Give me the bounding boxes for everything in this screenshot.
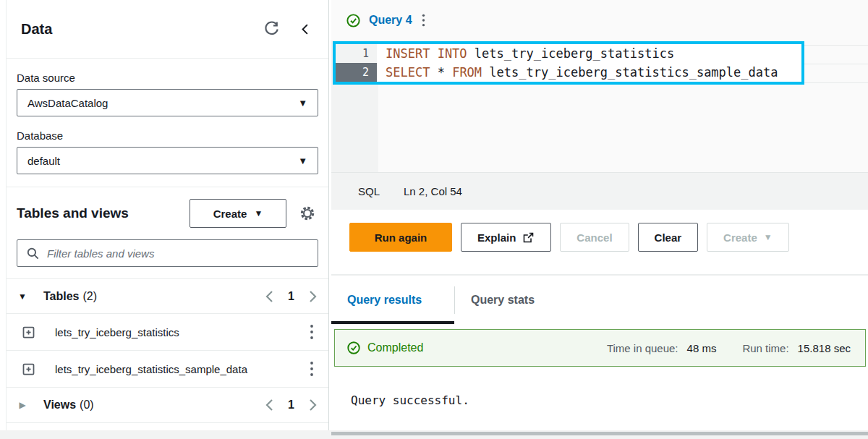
kebab-menu-icon (422, 13, 425, 27)
create-query-button[interactable]: Create ▼ (707, 223, 789, 252)
run-time-value: 15.818 sec (798, 342, 851, 354)
chevron-left-icon (265, 398, 274, 412)
next-page-button[interactable] (308, 398, 317, 412)
cursor-position: Ln 2, Col 54 (404, 185, 462, 197)
tables-and-views-heading: Tables and views (17, 205, 190, 221)
tables-group-row[interactable]: ▼ Tables (2) 1 (7, 278, 328, 313)
tab-query-results[interactable]: Query results (331, 294, 454, 307)
next-page-button[interactable] (308, 290, 317, 303)
line-number: 2 (336, 63, 377, 82)
query-tab-actions-button[interactable] (420, 12, 427, 29)
explain-button[interactable]: Explain (461, 223, 551, 252)
editor-statusbar: SQL Ln 2, Col 54 (331, 172, 868, 210)
table-row[interactable]: lets_try_iceberg_statistics (7, 313, 328, 350)
settings-button[interactable] (298, 204, 317, 223)
queue-time-value: 48 ms (687, 342, 717, 354)
filter-tables-search[interactable] (17, 239, 318, 267)
caret-down-icon: ▼ (764, 232, 773, 242)
run-again-label: Run again (375, 231, 427, 244)
table-actions-button[interactable] (308, 359, 315, 378)
clear-label: Clear (655, 231, 682, 244)
data-source-value: AwsDataCatalog (27, 97, 108, 109)
views-group-row[interactable]: ▶ Views (0) 1 (7, 387, 328, 423)
triangle-right-icon: ▶ (17, 400, 27, 410)
query-output-message: Query successful. (351, 393, 868, 407)
tables-group-label: Tables (43, 290, 80, 303)
check-circle-icon (346, 13, 361, 28)
tab-query-stats[interactable]: Query stats (455, 294, 535, 307)
caret-down-icon: ▼ (298, 98, 307, 108)
active-tab-indicator (331, 321, 454, 324)
editor-row-line (804, 45, 868, 46)
line-number: 1 (336, 44, 377, 63)
sql-editor[interactable]: 1INSERT INTO lets_try_iceberg_statistics… (331, 41, 868, 172)
code-line[interactable]: INSERT INTO lets_try_iceberg_statistics (377, 44, 801, 63)
editor-row-line (804, 64, 868, 64)
filter-tables-input[interactable] (47, 247, 309, 260)
language-indicator: SQL (358, 185, 380, 197)
table-actions-button[interactable] (308, 323, 315, 341)
data-panel-header: Data (7, 0, 328, 59)
gear-icon (298, 204, 317, 223)
search-icon (26, 247, 40, 260)
panel-title: Data (21, 21, 244, 38)
results-tabs: Query results Query stats (331, 276, 868, 324)
data-source-select[interactable]: AwsDataCatalog ▼ (17, 89, 318, 116)
query-editor-panel: Query 4 1INSERT INTO lets_try_iceberg_st… (331, 0, 868, 432)
expand-table-icon[interactable] (21, 325, 36, 340)
run-again-button[interactable]: Run again (349, 223, 452, 252)
create-query-label: Create (723, 231, 757, 244)
create-button[interactable]: Create ▼ (190, 199, 286, 228)
triangle-down-icon: ▼ (17, 291, 27, 302)
chevron-right-icon (308, 290, 317, 303)
editor-row-line (804, 82, 868, 83)
page-number: 1 (288, 398, 294, 412)
database-value: default (27, 155, 60, 167)
collapse-panel-button[interactable] (299, 22, 312, 36)
code-line[interactable]: SELECT * FROM lets_try_iceberg_statistic… (377, 63, 801, 82)
kebab-menu-icon (310, 324, 314, 340)
table-name: lets_try_iceberg_statistics (55, 326, 308, 338)
editor-actions: Run again Explain Cancel Clear Create ▼ (331, 210, 868, 273)
external-link-icon (522, 231, 535, 244)
expand-table-icon[interactable] (21, 362, 36, 377)
caret-down-icon: ▼ (298, 155, 307, 166)
cancel-button[interactable]: Cancel (560, 223, 629, 252)
query-tab-title: Query 4 (369, 14, 412, 27)
database-select[interactable]: default ▼ (17, 147, 318, 174)
refresh-button[interactable] (263, 21, 280, 38)
query-tab[interactable]: Query 4 (346, 12, 427, 29)
explain-label: Explain (477, 231, 516, 244)
query-tabbar: Query 4 (331, 0, 868, 41)
statement-highlight-box[interactable]: 1INSERT INTO lets_try_iceberg_statistics… (333, 41, 804, 85)
data-source-label: Data source (17, 72, 318, 84)
code-line-row[interactable]: 1INSERT INTO lets_try_iceberg_statistics (336, 44, 801, 63)
caret-down-icon: ▼ (254, 208, 263, 218)
views-count: (0) (80, 398, 94, 412)
queue-time-label: Time in queue: (607, 342, 678, 354)
cancel-label: Cancel (576, 231, 612, 244)
clear-button[interactable]: Clear (638, 223, 699, 252)
status-badge: Completed (367, 341, 423, 354)
chevron-left-icon (299, 22, 312, 36)
database-label: Database (17, 129, 318, 142)
horizontal-scrollbar[interactable] (331, 432, 868, 435)
tables-count: (2) (83, 290, 98, 303)
check-circle-icon (346, 341, 361, 355)
prev-page-button[interactable] (265, 290, 274, 303)
query-status-banner: Completed Time in queue: 48 ms Run time:… (334, 329, 866, 367)
create-button-label: Create (213, 208, 247, 220)
chevron-left-icon (265, 290, 274, 303)
refresh-icon (263, 21, 280, 38)
code-line-row[interactable]: 2SELECT * FROM lets_try_iceberg_statisti… (336, 63, 801, 82)
table-row[interactable]: lets_try_iceberg_statistics_sample_data (7, 350, 328, 387)
views-group-label: Views (43, 398, 76, 412)
data-panel: Data Data source AwsDataCatalog ▼ Databa… (6, 0, 329, 430)
page-number: 1 (288, 290, 294, 303)
prev-page-button[interactable] (265, 398, 274, 412)
table-name: lets_try_iceberg_statistics_sample_data (55, 363, 308, 375)
results-panel: Query results Query stats Completed Time… (331, 276, 868, 432)
chevron-right-icon (308, 398, 317, 412)
kebab-menu-icon (310, 361, 314, 377)
run-time-label: Run time: (742, 342, 788, 354)
